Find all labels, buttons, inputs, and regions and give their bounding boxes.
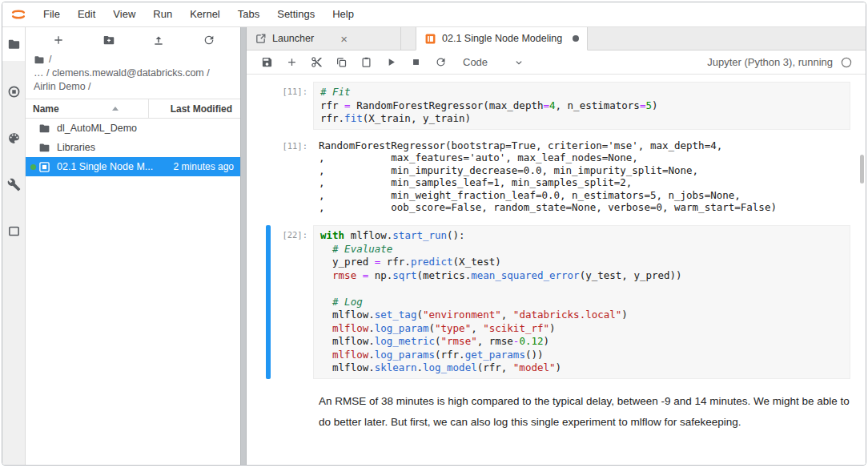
upload-icon-button[interactable] (150, 31, 167, 49)
wrench-icon (7, 178, 21, 192)
copy-icon-button[interactable] (329, 53, 354, 72)
menu-item-edit[interactable]: Edit (69, 2, 104, 26)
menu-item-kernel[interactable]: Kernel (181, 2, 229, 26)
palette-icon (7, 131, 21, 145)
menu-item-help[interactable]: Help (323, 2, 363, 26)
cell-type-dropdown[interactable]: Code (463, 56, 488, 68)
file-name: dl_AutoML_Demo (57, 123, 234, 134)
restart-icon (435, 56, 447, 68)
cell-gutter (266, 136, 271, 215)
tab-label: 02.1 Single Node Modeling (442, 33, 562, 44)
folder-icon (38, 142, 51, 154)
breadcrumb[interactable]: / … / clemens.mewald@databricks.com / Ai… (26, 53, 240, 99)
file-list: dl_AutoML_DemoLibraries02.1 Single Node … (26, 119, 240, 465)
paste-icon-button[interactable] (354, 53, 379, 72)
run-icon-button[interactable] (379, 53, 404, 72)
tabs-icon (7, 224, 21, 238)
code-editor[interactable]: # Fitrfr = RandomForestRegressor(max_dep… (313, 82, 850, 130)
breadcrumb-root[interactable]: / (49, 53, 51, 67)
panel-splitter[interactable] (240, 27, 247, 465)
activity-bar (2, 27, 26, 465)
notebook-icon (424, 33, 436, 45)
chevron-down-icon[interactable] (513, 57, 524, 68)
copy-icon (336, 56, 348, 68)
upload-icon (152, 34, 165, 46)
file-row-02-1-single-node-m-[interactable]: 02.1 Single Node M...2 minutes ago (26, 157, 240, 176)
cell-prompt: [11]: (272, 82, 313, 130)
file-row-libraries[interactable]: Libraries (26, 138, 240, 157)
file-name: 02.1 Single Node M... (57, 161, 174, 172)
tab-label: Launcher (272, 33, 314, 44)
menu-item-settings[interactable]: Settings (268, 2, 323, 26)
cell-prompt: [11]: (272, 136, 313, 215)
column-header-last-modified[interactable]: Last Modified (148, 99, 240, 118)
stop-icon-button[interactable] (404, 53, 428, 72)
unsaved-indicator (573, 35, 579, 42)
home-folder-icon[interactable] (34, 54, 45, 66)
file-name: Libraries (57, 142, 234, 153)
markdown-text: An RMSE of 38 minutes is high compared t… (313, 385, 850, 433)
notebook-toolbar: Code Jupyter (Python 3), running (247, 50, 866, 75)
file-row-dl-automl-demo[interactable]: dl_AutoML_Demo (26, 119, 240, 138)
cut-icon-button[interactable] (304, 53, 329, 72)
new-launcher-icon-button[interactable] (50, 31, 67, 49)
last-modified-value: 2 minutes ago (174, 161, 234, 172)
new-folder-icon (102, 34, 115, 46)
cut-icon (311, 56, 323, 68)
file-browser-toolbar (26, 27, 240, 53)
add-icon (286, 56, 298, 68)
kernel-indicator-icon (840, 56, 853, 69)
close-icon[interactable]: × (340, 33, 348, 45)
code-cell[interactable]: [11]:# Fitrfr = RandomForestRegressor(ma… (266, 82, 850, 130)
activity-tab-folder-icon[interactable] (2, 27, 25, 61)
markdown-cell[interactable]: An RMSE of 38 minutes is high compared t… (266, 385, 850, 433)
tab-02-1-single-node-modeling[interactable]: 02.1 Single Node Modeling (416, 27, 588, 50)
tab-launcher[interactable]: Launcher× (247, 27, 401, 50)
file-browser-panel: / … / clemens.mewald@databricks.com / Ai… (26, 27, 240, 465)
notebook-icon (424, 33, 436, 45)
refresh-icon-button[interactable] (200, 31, 218, 49)
jupyter-logo-icon (9, 5, 28, 24)
cells-container: [11]:# Fitrfr = RandomForestRegressor(ma… (266, 82, 850, 439)
cell-prompt: [22]: (272, 225, 313, 379)
breadcrumb-path[interactable]: … / clemens.mewald@databricks.com / Airl… (34, 67, 232, 94)
activity-tab-running-sessions-icon[interactable] (2, 77, 25, 106)
active-cell-indicator (266, 225, 271, 379)
menu-item-run[interactable]: Run (144, 2, 181, 26)
output-cell[interactable]: [11]:RandomForestRegressor(bootstrap=Tru… (266, 136, 850, 215)
running-sessions-icon (7, 85, 21, 99)
add-icon-button[interactable] (279, 53, 304, 72)
menu-item-file[interactable]: File (34, 2, 69, 26)
activity-tab-tabs-icon[interactable] (2, 216, 25, 245)
main-area: / … / clemens.mewald@databricks.com / Ai… (2, 27, 866, 465)
activity-tab-palette-icon[interactable] (2, 123, 25, 152)
cell-output: RandomForestRegressor(bootstrap=True, cr… (313, 136, 850, 215)
folder-icon (38, 123, 51, 135)
new-folder-icon-button[interactable] (100, 31, 118, 49)
save-icon-button[interactable] (255, 53, 279, 72)
folder-icon (7, 38, 21, 51)
scrollbar-thumb[interactable] (860, 155, 864, 184)
restart-icon-button[interactable] (428, 53, 453, 72)
kernel-status-label: Jupyter (Python 3), running (707, 56, 833, 68)
folder-icon (38, 142, 50, 154)
notebook-content: [11]:# Fitrfr = RandomForestRegressor(ma… (247, 75, 866, 465)
cell-gutter (266, 385, 271, 433)
tab-bar: Launcher×02.1 Single Node Modeling (247, 27, 866, 50)
kernel-indicator-icon[interactable] (840, 56, 853, 69)
cell-gutter (266, 82, 271, 130)
refresh-icon (203, 34, 215, 46)
cell-prompt (272, 385, 313, 433)
code-editor[interactable]: with mlflow.start_run(): # Evaluate y_pr… (313, 225, 850, 379)
menu-item-view[interactable]: View (104, 2, 144, 26)
launcher-icon (255, 33, 267, 45)
notebook-icon (38, 161, 51, 173)
activity-tab-wrench-icon[interactable] (2, 170, 25, 199)
run-icon (385, 56, 397, 68)
running-indicator (30, 164, 38, 170)
code-cell[interactable]: [22]:with mlflow.start_run(): # Evaluate… (266, 225, 850, 379)
column-header-name[interactable]: Name (26, 99, 148, 118)
folder-icon (34, 54, 45, 66)
menu-items-container: FileEditViewRunKernelTabsSettingsHelp (34, 2, 363, 26)
menu-item-tabs[interactable]: Tabs (229, 2, 268, 26)
